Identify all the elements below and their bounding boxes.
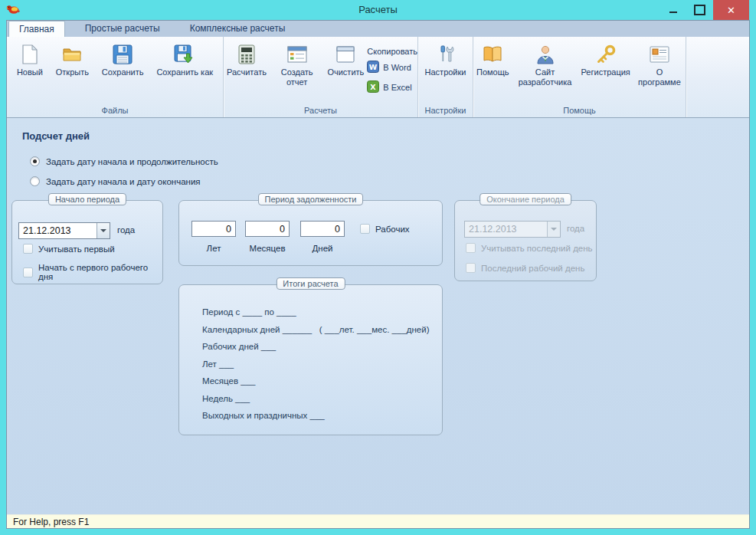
- save-icon: [113, 43, 133, 66]
- page-title: Подсчет дней: [22, 130, 90, 142]
- radio-start-and-end-date[interactable]: Задать дату начала и дату окончания: [30, 176, 201, 186]
- status-text: For Help, press F1: [13, 517, 89, 527]
- months-label: Месяцев: [245, 244, 290, 253]
- ribbon-group-help: Помощь Сайт разработчика: [473, 37, 686, 117]
- copy-button[interactable]: Скопировать: [367, 47, 417, 56]
- checkbox-box: [23, 268, 33, 277]
- button-label: Очистить: [327, 67, 364, 77]
- checkbox-start-first-workday[interactable]: Начать с первого рабочего дня: [23, 263, 162, 281]
- report-icon: [287, 43, 307, 66]
- settings-button[interactable]: Настройки: [422, 41, 470, 80]
- groupbox-period-start: Начало периода 21.12.2013 года Учитывать…: [11, 200, 163, 284]
- excel-icon: X: [367, 80, 379, 94]
- calculator-icon: [238, 43, 255, 66]
- years-field[interactable]: [191, 221, 236, 237]
- ribbon-group-calculations: Расчитать: [224, 37, 418, 117]
- titlebar: Расчеты ✕: [0, 0, 756, 20]
- result-line-calendar-days: Календарных дней ______ ( ___лет. ___мес…: [202, 324, 430, 335]
- tab-simple-calculations[interactable]: Простые расчеты: [75, 21, 170, 37]
- result-line-weeks: Недель ___: [202, 393, 430, 404]
- about-button[interactable]: О программе: [633, 41, 686, 90]
- checkbox-box: [23, 244, 33, 254]
- window-controls: ✕: [659, 0, 749, 20]
- save-button[interactable]: Сохранить: [99, 41, 147, 80]
- tab-bar: Главная Простые расчеты Комплексные расч…: [7, 21, 749, 37]
- days-label: Дней: [300, 244, 345, 253]
- calculate-button[interactable]: Расчитать: [224, 41, 270, 80]
- months-field[interactable]: [245, 221, 290, 237]
- help-book-icon: [482, 43, 503, 66]
- key-icon: [595, 43, 617, 66]
- copy-item-label: В Excel: [383, 83, 411, 92]
- create-report-button[interactable]: Создать отчет: [270, 41, 325, 90]
- start-date-value: 21.12.2013: [19, 223, 97, 238]
- close-button[interactable]: ✕: [713, 0, 749, 20]
- result-line-working-days: Рабочих дней ___: [202, 341, 430, 352]
- checkbox-count-first-day[interactable]: Учитывать первый: [23, 244, 115, 254]
- checkbox-label: Учитывать первый: [38, 245, 115, 254]
- about-icon: [650, 43, 669, 66]
- tab-complex-calculations[interactable]: Комплексные расчеты: [180, 21, 296, 37]
- button-label: Расчитать: [227, 67, 267, 77]
- result-line-months: Месяцев ___: [202, 376, 430, 386]
- button-label: Сохранить как: [156, 67, 213, 77]
- checkbox-box: [360, 224, 370, 234]
- ribbon: Новый Открыть: [7, 37, 749, 118]
- radio-button-unchecked: [30, 176, 40, 186]
- word-icon: W: [367, 61, 379, 74]
- button-label: Помощь: [476, 67, 509, 77]
- results-lines: Период с ____ по ____ Календарных дней _…: [202, 307, 430, 421]
- start-date-picker[interactable]: 21.12.2013: [18, 222, 110, 239]
- copy-to-excel-button[interactable]: X В Excel: [367, 80, 417, 94]
- copy-to-word-button[interactable]: W В Word: [367, 61, 417, 74]
- checkbox-count-last-day: Учитывать последний день: [466, 243, 593, 253]
- group-caption-calculations: Расчеты: [224, 106, 417, 115]
- groupbox-debt-period: Период задолженности Лет Месяцев Дней Ра…: [178, 200, 443, 266]
- checkbox-label: Учитывать последний день: [481, 244, 593, 253]
- checkbox-label: Рабочих: [375, 225, 410, 234]
- end-date-picker: 21.12.2013: [464, 221, 561, 238]
- groupbox-caption: Период задолженности: [258, 193, 364, 205]
- registration-button[interactable]: Регистрация: [578, 41, 633, 80]
- developer-site-button[interactable]: Сайт разработчика: [512, 41, 578, 90]
- days-field[interactable]: [300, 221, 345, 237]
- groupbox-period-end: Окончание периода 21.12.2013 года Учитыв…: [454, 200, 597, 281]
- open-button[interactable]: Открыть: [53, 41, 92, 80]
- minimize-button[interactable]: [659, 0, 686, 20]
- main-area: Подсчет дней Задать дату начала и продол…: [7, 118, 749, 514]
- end-date-value: 21.12.2013: [465, 222, 547, 237]
- group-caption-settings: Настройки: [418, 106, 473, 115]
- radio-start-and-duration[interactable]: Задать дату начала и продолжительность: [30, 156, 218, 166]
- year-suffix-label: года: [117, 225, 135, 235]
- button-label: Создать отчет: [273, 67, 322, 87]
- group-caption-help: Помощь: [473, 106, 686, 115]
- checkbox-last-workday: Последний рабочий день: [466, 263, 584, 273]
- group-caption-files: Файлы: [7, 106, 223, 115]
- save-as-button[interactable]: Сохранить как: [153, 41, 216, 80]
- checkbox-working-days[interactable]: Рабочих: [360, 224, 410, 234]
- years-label: Лет: [191, 244, 236, 253]
- save-as-icon: [174, 43, 195, 66]
- help-button[interactable]: Помощь: [473, 41, 512, 80]
- ribbon-group-files: Новый Открыть: [7, 37, 224, 117]
- clear-button[interactable]: Очистить: [324, 41, 367, 80]
- maximize-button[interactable]: [686, 0, 713, 20]
- button-label: Сохранить: [102, 67, 144, 77]
- groupbox-caption: Итоги расчета: [276, 277, 345, 290]
- window-body: Главная Простые расчеты Комплексные расч…: [6, 20, 750, 529]
- ribbon-group-settings: Настройки Настройки: [418, 37, 473, 117]
- developer-site-icon: [536, 43, 555, 66]
- checkbox-box: [466, 243, 476, 253]
- radio-label: Задать дату начала и продолжительность: [46, 157, 218, 166]
- checkbox-label: Начать с первого рабочего дня: [38, 263, 162, 281]
- svg-text:X: X: [371, 83, 377, 91]
- checkbox-label: Последний рабочий день: [481, 264, 584, 273]
- button-label: Настройки: [425, 67, 466, 77]
- tab-main[interactable]: Главная: [8, 21, 65, 37]
- button-label: Открыть: [56, 67, 89, 77]
- chevron-down-icon[interactable]: [97, 223, 110, 238]
- groupbox-caption: Начало периода: [48, 193, 126, 205]
- button-label: Регистрация: [581, 67, 630, 77]
- groupbox-results: Итоги расчета Период с ____ по ____ Кале…: [178, 284, 443, 435]
- new-button[interactable]: Новый: [14, 41, 46, 80]
